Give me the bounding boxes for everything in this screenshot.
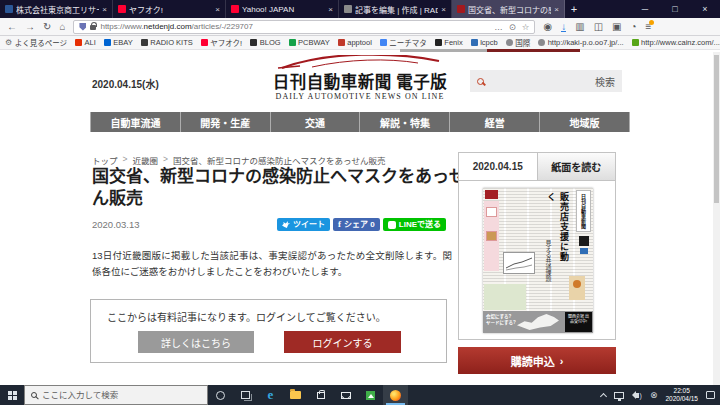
scrollbar-thumb[interactable]: [714, 55, 719, 203]
tab-close-icon[interactable]: ×: [441, 5, 446, 14]
network-icon[interactable]: [614, 392, 624, 399]
clock[interactable]: 22:05 2020/04/15: [665, 387, 698, 403]
nav-item-kotsu[interactable]: 交通: [271, 112, 361, 132]
taskbar: e ) ⊗ 22:05 2020/04/15: [0, 385, 720, 405]
action-center-icon[interactable]: [706, 391, 715, 399]
volume-icon[interactable]: ): [632, 391, 642, 399]
bookmark-item[interactable]: lcpcb: [471, 38, 498, 47]
tab-close-icon[interactable]: ×: [102, 5, 107, 14]
forward-icon[interactable]: →: [25, 19, 35, 35]
nav-item-kaihatsu[interactable]: 開発・生産: [181, 112, 271, 132]
mail-button[interactable]: [333, 385, 358, 405]
firefox-button[interactable]: [383, 385, 408, 405]
back-icon[interactable]: ←: [7, 19, 17, 35]
line-share-button[interactable]: LINEで送る: [383, 218, 446, 231]
site-logo[interactable]: 日刊自動車新聞 電子版 DAILY AUTOMOTIVE NEWS ON LIN…: [248, 55, 472, 102]
edge-button[interactable]: e: [258, 385, 283, 405]
browser-tab-1[interactable]: 株式会社東京商工リサーチ【TSR ×: [0, 0, 113, 18]
page-scrollbar[interactable]: [713, 52, 720, 385]
pocket-icon[interactable]: ⊙: [509, 22, 516, 32]
page-actions-icon[interactable]: …: [494, 22, 503, 32]
url-bar[interactable]: https://www.netdenjd.com/articles/-/2297…: [73, 20, 535, 34]
bookmark-label: PCBWAY: [298, 38, 330, 47]
bookmark-item[interactable]: ⚙よく見るページ: [5, 37, 67, 48]
minimize-button[interactable]: ─: [630, 0, 660, 18]
taskbar-search[interactable]: [24, 385, 208, 405]
breadcrumb-region[interactable]: 近畿圏: [132, 154, 158, 166]
tweet-button[interactable]: ツイート: [277, 218, 330, 231]
browser-tab-active[interactable]: 国交省、新型コロナの感染防止へ ×: [452, 0, 565, 18]
photos-button[interactable]: [358, 385, 383, 405]
breadcrumb-home[interactable]: トップ: [92, 154, 118, 166]
nav-item-chiiki[interactable]: 地域版: [540, 112, 630, 132]
containers-icon[interactable]: ▣: [612, 21, 621, 32]
tab-close-icon[interactable]: ×: [215, 5, 220, 14]
search-icon: [31, 392, 37, 398]
reload-icon[interactable]: ↻: [43, 19, 51, 35]
extension-icon[interactable]: ◉: [543, 21, 552, 32]
bookmark-label: Fenix: [444, 38, 462, 47]
bookmark-item[interactable]: http://kaki-p.o.oo7.jp/...: [538, 38, 623, 47]
bookmark-item[interactable]: http://www.cainz.com/...: [632, 38, 720, 47]
store-button[interactable]: [308, 385, 333, 405]
search-button[interactable]: 検索: [595, 74, 615, 89]
maximize-button[interactable]: □: [660, 0, 690, 18]
downloads-icon[interactable]: ↓: [561, 22, 566, 32]
nav-item-keiei[interactable]: 経営: [450, 112, 540, 132]
bookmark-label: 国際: [515, 37, 530, 48]
bookmark-item[interactable]: ヤフオク!: [201, 37, 242, 48]
url-text: https://www.netdenjd.com/articles/-/2297…: [100, 22, 253, 31]
bookmark-item[interactable]: 国際: [506, 37, 531, 48]
newspaper-thumbnail[interactable]: 日刊自動車新聞 販売店支援に動く 見える共通課題 会場にする?ヤードにする? 関…: [483, 188, 593, 333]
file-explorer-button[interactable]: [283, 385, 308, 405]
site-search[interactable]: 検索: [470, 70, 622, 92]
subscribe-button[interactable]: 購読申込 ›: [458, 347, 616, 374]
start-button[interactable]: [0, 385, 24, 405]
bookmark-label: http://kaki-p.o.oo7.jp/...: [548, 38, 624, 47]
close-button[interactable]: ×: [690, 0, 720, 18]
bookmark-favicon: [471, 39, 478, 46]
bookmark-item[interactable]: apptool: [338, 38, 372, 47]
site-logo-subtitle: DAILY AUTOMOTIVE NEWS ON LINE: [248, 92, 472, 102]
bookmark-star-icon[interactable]: ☆: [522, 22, 530, 32]
paywall-detail-button[interactable]: 詳しくはこちら: [138, 331, 254, 353]
bookmark-label: ALI: [85, 38, 96, 47]
breadcrumb: トップ > 近畿圏 > 国交省、新型コロナの感染防止へマスクをあっせん販売: [92, 154, 385, 166]
home-icon[interactable]: ⌂: [59, 19, 65, 35]
bookmark-item[interactable]: PCBWAY: [289, 38, 330, 47]
browser-tab-3[interactable]: Yahoo! JAPAN ×: [226, 0, 339, 18]
site-nav: 自動車流通 開発・生産 交通 解説・特集 経営 地域版: [90, 112, 630, 132]
tracking-shield-icon[interactable]: [79, 23, 86, 31]
bookmark-label: http://www.cainz.com/...: [641, 38, 720, 47]
tab-close-icon[interactable]: ×: [328, 5, 333, 14]
nav-item-ryutsu[interactable]: 自動車流通: [90, 112, 181, 132]
new-tab-button[interactable]: +: [565, 0, 583, 18]
bookmark-label: BLOG: [260, 38, 281, 47]
bookmark-item[interactable]: ニーチマタ: [380, 37, 427, 48]
bookmark-item[interactable]: EBAY: [104, 38, 133, 47]
tab-close-icon[interactable]: ×: [554, 5, 559, 14]
bookmark-item[interactable]: RADIO KITS: [141, 38, 193, 47]
lock-icon[interactable]: [90, 25, 96, 30]
browser-tab-4[interactable]: 記事を編集 | 作成 | RADIO KITS ×: [339, 0, 452, 18]
bookmark-item[interactable]: BLOG: [250, 38, 280, 47]
clock-time: 22:05: [674, 387, 690, 394]
subscribe-label: 購読申込: [511, 353, 555, 369]
read-paper-button[interactable]: 紙面を読む: [537, 153, 616, 180]
task-view-button[interactable]: [233, 385, 258, 405]
paywall-login-button[interactable]: ログインする: [284, 331, 401, 353]
tab-favicon: [457, 5, 465, 13]
status-x-icon[interactable]: ⊗: [650, 391, 658, 400]
facebook-share-button[interactable]: fシェア 0: [333, 218, 380, 231]
nav-item-kaisetsu[interactable]: 解説・特集: [360, 112, 450, 132]
cortana-button[interactable]: [208, 385, 233, 405]
library-icon[interactable]: ▥: [575, 21, 584, 32]
history-icon[interactable]: ◔: [631, 21, 637, 32]
bookmark-item[interactable]: Fenix: [435, 38, 463, 47]
browser-tab-2[interactable]: ヤフオク! ×: [113, 0, 226, 18]
taskbar-search-input[interactable]: [42, 390, 182, 400]
sidebars-icon[interactable]: ◫: [594, 21, 603, 32]
tray-expand-icon[interactable]: [600, 392, 607, 399]
bookmark-item[interactable]: ALI: [75, 38, 96, 47]
menu-icon[interactable]: ≡: [646, 21, 652, 32]
